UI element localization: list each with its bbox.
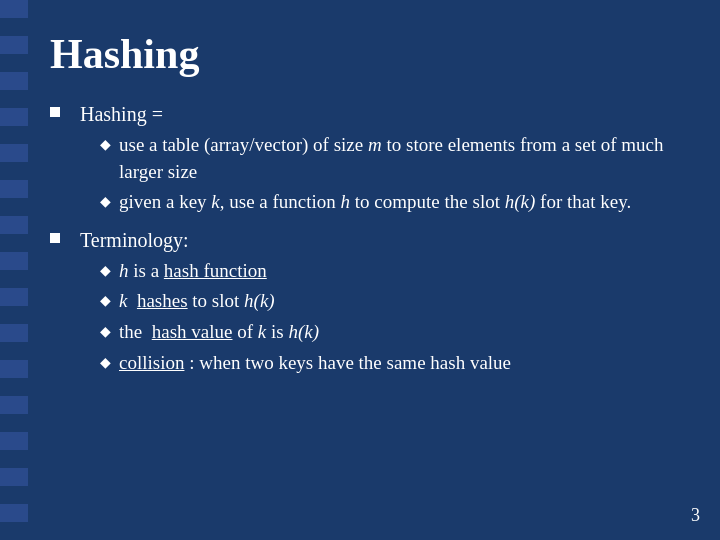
sub-bullet-2-4: ◆ collision : when two keys have the sam… bbox=[100, 350, 511, 377]
main-bullet-2: Terminology: ◆ h is a hash function ◆ k … bbox=[50, 226, 670, 376]
page-number: 3 bbox=[691, 505, 700, 526]
bullet2-label: Terminology: bbox=[80, 229, 189, 251]
sub-bullet-2-2-text: k hashes to slot h(k) bbox=[119, 288, 275, 315]
sub-bullet-2-3: ◆ the hash value of k is h(k) bbox=[100, 319, 511, 346]
collision-link: collision bbox=[119, 352, 184, 373]
bullet2-content: Terminology: ◆ h is a hash function ◆ k … bbox=[80, 226, 511, 376]
hashes-link: hashes bbox=[137, 290, 188, 311]
sub-bullet-1-1: ◆ use a table (array/vector) of size m t… bbox=[100, 132, 670, 185]
diamond-icon-5: ◆ bbox=[100, 323, 111, 340]
bullet-square-1 bbox=[50, 107, 60, 117]
sub-bullet-2-2: ◆ k hashes to slot h(k) bbox=[100, 288, 511, 315]
sub-bullet-2-3-text: the hash value of k is h(k) bbox=[119, 319, 319, 346]
sub-bullet-1-2-text: given a key k, use a function h to compu… bbox=[119, 189, 631, 216]
hash-function-link: hash function bbox=[164, 260, 267, 281]
bullet1-label: Hashing = bbox=[80, 103, 163, 125]
bullet1-label-text: Hashing = bbox=[80, 103, 163, 125]
bullet1-sub-bullets: ◆ use a table (array/vector) of size m t… bbox=[100, 132, 670, 216]
content-area: Hashing = ◆ use a table (array/vector) o… bbox=[50, 100, 670, 380]
hash-value-link: hash value bbox=[152, 321, 233, 342]
diamond-icon-1: ◆ bbox=[100, 136, 111, 153]
slide-title: Hashing bbox=[50, 30, 670, 78]
bullet2-sub-bullets: ◆ h is a hash function ◆ k hashes to slo… bbox=[100, 258, 511, 376]
bullet1-content: Hashing = ◆ use a table (array/vector) o… bbox=[80, 100, 670, 216]
diamond-icon-3: ◆ bbox=[100, 262, 111, 279]
sub-bullet-2-4-text: collision : when two keys have the same … bbox=[119, 350, 511, 377]
sub-bullet-1-1-text: use a table (array/vector) of size m to … bbox=[119, 132, 670, 185]
diamond-icon-4: ◆ bbox=[100, 292, 111, 309]
bullet-square-2 bbox=[50, 233, 60, 243]
sub-bullet-2-1: ◆ h is a hash function bbox=[100, 258, 511, 285]
diamond-icon-6: ◆ bbox=[100, 354, 111, 371]
sub-bullet-2-1-text: h is a hash function bbox=[119, 258, 267, 285]
bullet2-label-text: Terminology: bbox=[80, 229, 189, 251]
sub-bullet-1-2: ◆ given a key k, use a function h to com… bbox=[100, 189, 670, 216]
diamond-icon-2: ◆ bbox=[100, 193, 111, 210]
slide-container: Hashing Hashing = ◆ use a table (array/v… bbox=[0, 0, 720, 540]
main-bullet-1: Hashing = ◆ use a table (array/vector) o… bbox=[50, 100, 670, 216]
